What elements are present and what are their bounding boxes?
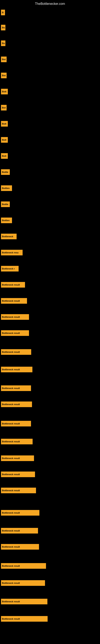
bar-label-13: Bottle <box>1 202 10 207</box>
bar-item-29: Bottleneck result <box>1 456 34 461</box>
bar-item-6: Bott <box>1 89 8 94</box>
bar-label-9: Bott <box>1 137 8 143</box>
bar-item-36: Bottleneck result <box>1 580 45 586</box>
bar-item-7: Bot <box>1 105 7 110</box>
bar-item-28: Bottleneck result <box>1 439 33 444</box>
bar-label-24: Bottleneck result <box>1 367 32 372</box>
bar-label-30: Bottleneck result <box>1 472 35 477</box>
bar-label-27: Bottleneck result <box>1 421 31 426</box>
bar-label-28: Bottleneck result <box>1 439 33 444</box>
bar-label-21: Bottleneck result <box>1 330 29 336</box>
bar-item-35: Bottleneck result <box>1 563 46 569</box>
bar-label-2: Bo <box>1 25 5 30</box>
bar-label-11: Bottle <box>1 169 10 175</box>
bar-item-21: Bottleneck result <box>1 330 29 336</box>
bar-label-20: Bottleneck result <box>1 314 29 320</box>
bar-label-32: Bottleneck result <box>1 510 39 516</box>
bar-label-8: Bott <box>1 121 8 126</box>
bar-item-26: Bottleneck result <box>1 402 32 407</box>
bar-label-10: Bott <box>1 153 8 159</box>
bar-item-3: Bo <box>1 40 5 46</box>
bar-item-33: Bottleneck result <box>1 528 38 534</box>
bar-label-36: Bottleneck result <box>1 580 45 586</box>
bar-item-19: Bottleneck result <box>1 298 27 304</box>
bar-label-22: Bottleneck result <box>1 349 31 355</box>
bar-label-26: Bottleneck result <box>1 402 32 407</box>
bar-item-13: Bottle <box>1 202 10 207</box>
bars-container: BBoBoBotBotBottBotBottBottBottBottleBott… <box>0 7 100 640</box>
bar-label-5: Bot <box>1 73 7 78</box>
bar-label-15: Bottleneck <box>1 234 17 239</box>
bar-item-37: Bottleneck result <box>1 599 48 604</box>
bar-item-9: Bott <box>1 137 8 143</box>
bar-item-31: Bottleneck result <box>1 488 36 493</box>
site-title: TheBottlenecker.com <box>0 0 100 7</box>
bar-label-33: Bottleneck result <box>1 528 38 534</box>
page-wrapper: TheBottlenecker.com BBoBoBotBotBottBotBo… <box>0 0 100 644</box>
bar-item-15: Bottleneck <box>1 234 17 239</box>
bar-item-1: B <box>1 10 5 15</box>
bar-label-34: Bottleneck result <box>1 544 39 550</box>
bar-item-14: Bottlen <box>1 218 12 223</box>
bar-item-32: Bottleneck result <box>1 510 39 516</box>
bar-label-18: Bottleneck result <box>1 282 25 288</box>
bar-item-2: Bo <box>1 25 5 30</box>
bar-label-31: Bottleneck result <box>1 488 36 493</box>
bar-label-38: Bottleneck result <box>1 616 48 622</box>
bar-item-10: Bott <box>1 153 8 159</box>
bar-label-19: Bottleneck result <box>1 298 27 304</box>
bar-label-6: Bott <box>1 89 8 94</box>
bar-label-7: Bot <box>1 105 7 110</box>
bar-item-8: Bott <box>1 121 8 126</box>
bar-item-11: Bottle <box>1 169 10 175</box>
bar-label-1: B <box>1 10 5 15</box>
bar-item-30: Bottleneck result <box>1 472 35 477</box>
bar-label-25: Bottleneck result <box>1 386 31 391</box>
bar-label-35: Bottleneck result <box>1 563 46 569</box>
bar-item-34: Bottleneck result <box>1 544 39 550</box>
bar-label-16: Bottleneck resu <box>1 250 23 256</box>
bar-label-29: Bottleneck result <box>1 456 34 461</box>
bar-label-14: Bottlen <box>1 218 12 223</box>
bar-label-17: Bottleneck r <box>1 266 19 272</box>
bar-item-17: Bottleneck r <box>1 266 19 272</box>
bar-label-4: Bot <box>1 56 7 62</box>
bar-item-20: Bottleneck result <box>1 314 29 320</box>
bar-item-18: Bottleneck result <box>1 282 25 288</box>
bar-label-3: Bo <box>1 40 5 46</box>
bar-label-12: Bottlen <box>1 185 12 191</box>
bar-item-4: Bot <box>1 56 7 62</box>
bar-item-5: Bot <box>1 73 7 78</box>
bar-item-12: Bottlen <box>1 185 12 191</box>
bar-item-25: Bottleneck result <box>1 386 31 391</box>
bar-label-37: Bottleneck result <box>1 599 48 604</box>
bar-item-22: Bottleneck result <box>1 349 31 355</box>
bar-item-24: Bottleneck result <box>1 367 32 372</box>
bar-item-38: Bottleneck result <box>1 616 48 622</box>
bar-item-27: Bottleneck result <box>1 421 31 426</box>
bar-item-16: Bottleneck resu <box>1 250 23 256</box>
